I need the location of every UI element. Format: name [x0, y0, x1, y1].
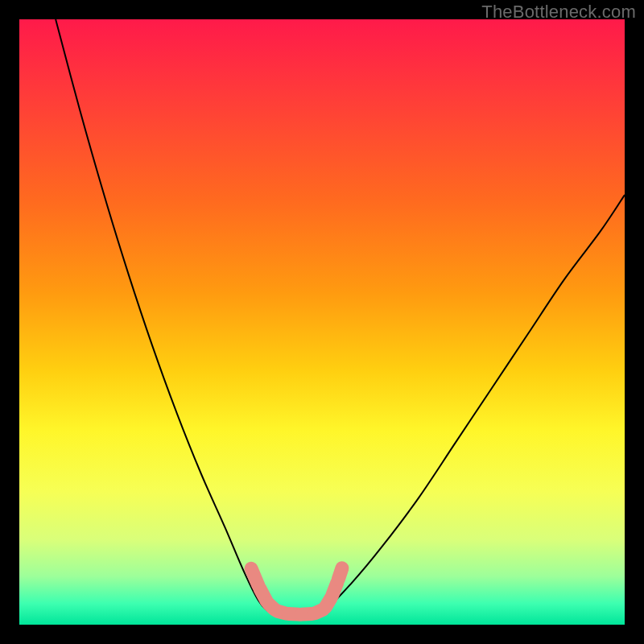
chart-container: TheBottleneck.com: [0, 0, 644, 644]
gradient-background: [19, 19, 625, 625]
valley-marker-segment: [338, 568, 342, 580]
bottleneck-chart: [19, 19, 625, 625]
plot-area: [19, 19, 625, 625]
